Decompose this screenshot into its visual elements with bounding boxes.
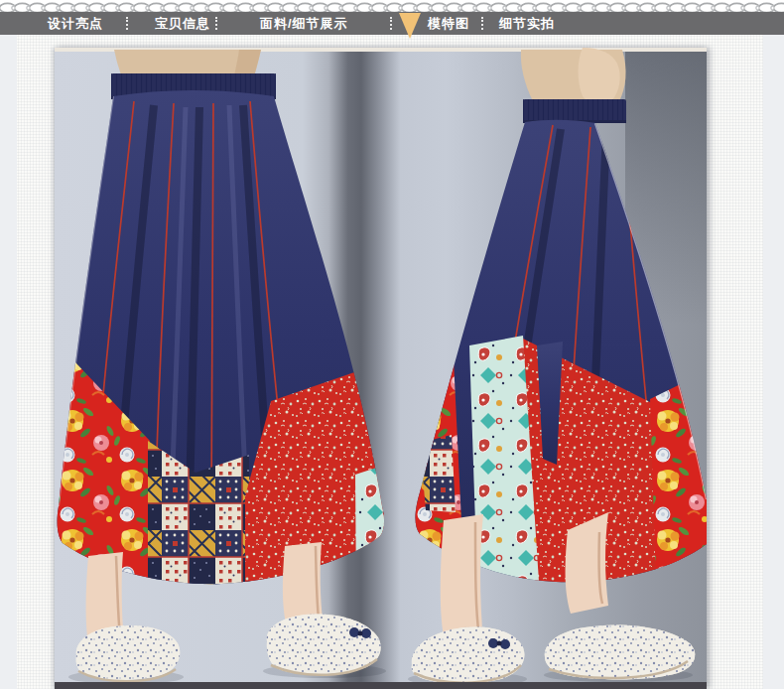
- product-photo-illustration: [55, 48, 707, 689]
- tab-design-highlights[interactable]: 设计亮点: [48, 12, 103, 35]
- tab-separator: [126, 17, 128, 30]
- page-margin-right: [763, 35, 784, 689]
- product-photo: [55, 48, 707, 689]
- photo-bottom-strip: [55, 682, 707, 689]
- tab-product-info[interactable]: 宝贝信息: [155, 12, 210, 35]
- section-nav: 设计亮点 宝贝信息 面料/细节展示 模特图 细节实拍: [0, 12, 784, 35]
- product-detail-page: 设计亮点 宝贝信息 面料/细节展示 模特图 细节实拍: [0, 0, 784, 689]
- tab-fabric-details[interactable]: 面料/细节展示: [260, 12, 348, 35]
- active-tab-arrow-icon: [399, 13, 421, 39]
- tab-separator: [215, 17, 217, 30]
- page-margin-left: [0, 35, 17, 689]
- tab-model-photos[interactable]: 模特图: [428, 12, 469, 35]
- tab-separator: [481, 17, 483, 30]
- tab-detail-shots[interactable]: 细节实拍: [499, 12, 555, 35]
- tab-separator: [390, 17, 392, 30]
- model-right-waistband: [523, 99, 626, 123]
- chain-border-decoration: [0, 0, 784, 12]
